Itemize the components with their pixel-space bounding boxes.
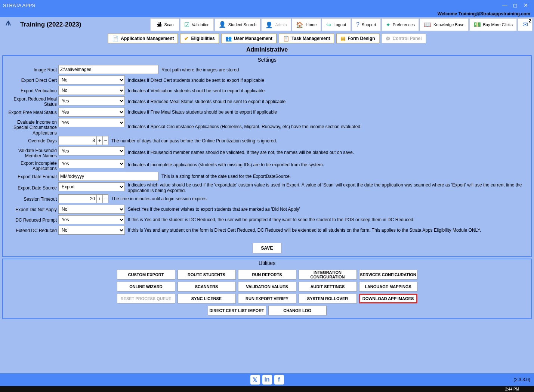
subnav-eligibilities[interactable]: ✔Eligibilities: [180, 34, 219, 43]
setting-desc: Root path where the images are stored: [158, 67, 528, 73]
setting-label: Validate Household Member Names: [6, 146, 58, 159]
util-validation-values[interactable]: VALIDATION VALUES: [238, 282, 296, 291]
close-button[interactable]: ✕: [521, 2, 531, 8]
setting-row: Export Incomplete ApplicationsYesIndicat…: [6, 159, 528, 172]
mail-icon: ✉: [522, 21, 528, 29]
setting-select[interactable]: Yes: [58, 215, 125, 224]
setting-select[interactable]: Yes: [58, 146, 125, 155]
app-title: STRATA APPS: [3, 3, 35, 8]
setting-label: Export Did Not Apply: [6, 207, 58, 212]
linkedin-icon[interactable]: in: [262, 375, 272, 385]
logout-icon: ↪: [326, 21, 331, 28]
setting-input[interactable]: [58, 65, 158, 74]
setting-select[interactable]: Export: [58, 182, 125, 191]
setting-desc: If this is Yes and the student is DC Red…: [125, 217, 528, 223]
nav-knowledge-base[interactable]: 📖Knowledge Base: [420, 18, 469, 31]
step-down[interactable]: −: [103, 136, 109, 145]
setting-select[interactable]: Yes: [58, 118, 125, 127]
util-route-students[interactable]: ROUTE STUDENTS: [178, 270, 236, 280]
nav-admin[interactable]: 👤Admin: [261, 18, 291, 31]
setting-row: Image RootRoot path where the images are…: [6, 65, 528, 75]
nav-logout[interactable]: ↪Logout: [322, 18, 351, 31]
setting-row: Export Reduced Meal StatusYesIndicates i…: [6, 96, 528, 107]
nav-preferences[interactable]: ✦Preferences: [382, 18, 419, 31]
util-audit-settings[interactable]: AUDIT SETTINGS: [299, 282, 357, 291]
util-scanners[interactable]: SCANNERS: [178, 282, 236, 291]
nav-buy-more[interactable]: 💵Buy More Clicks: [469, 18, 517, 31]
util-language-mappings[interactable]: LANGUAGE MAPPINGS: [359, 282, 417, 291]
step-down[interactable]: −: [103, 194, 109, 203]
setting-number[interactable]: [58, 194, 97, 203]
twitter-icon[interactable]: 𝕏: [250, 375, 260, 385]
setting-label: DC Reduced Prompt: [6, 217, 58, 223]
util-custom-export[interactable]: CUSTOM EXPORT: [117, 270, 175, 280]
setting-row: DC Reduced PromptYesIf this is Yes and t…: [6, 215, 528, 225]
utilities-title: Utilities: [3, 259, 531, 267]
setting-select[interactable]: No: [58, 86, 125, 95]
setting-desc: Indicates which value should be used if …: [125, 182, 528, 194]
subnav-form-design[interactable]: ▤Form Design: [336, 34, 379, 43]
step-up[interactable]: +: [97, 194, 103, 203]
setting-input[interactable]: [58, 172, 158, 181]
nav-mail[interactable]: ✉2: [518, 18, 533, 31]
setting-select[interactable]: No: [58, 205, 125, 214]
setting-label: Override Days: [6, 138, 58, 143]
question-icon: ?: [356, 21, 359, 28]
setting-desc: Indicates if Direct Cert students should…: [125, 78, 528, 84]
save-button[interactable]: SAVE: [253, 243, 282, 253]
setting-row: Validate Household Member NamesYesIndica…: [6, 146, 528, 159]
nav-support[interactable]: ?Support: [352, 18, 381, 31]
setting-select[interactable]: No: [58, 226, 125, 235]
subnav-task-management[interactable]: 📋Task Management: [279, 34, 334, 43]
nav-validation[interactable]: ☑Validation: [180, 18, 214, 31]
subnav-user-management[interactable]: 👥User Management: [221, 34, 277, 43]
util-download-app-images[interactable]: DOWNLOAD APP IMAGES: [359, 294, 417, 303]
setting-label: Export Verification: [6, 88, 58, 93]
printer-icon: 🖶: [156, 21, 162, 28]
taskbar-time: 2:44 PM: [505, 387, 519, 391]
setting-desc: If this is Yes and any student on the fo…: [125, 228, 528, 234]
setting-row: Export Direct CertNoIndicates if Direct …: [6, 75, 528, 86]
nav-home[interactable]: 🏠Home: [292, 18, 321, 31]
check-icon: ✔: [184, 36, 189, 41]
setting-desc: This is a string format of the date used…: [158, 174, 528, 180]
mail-count: 2: [529, 18, 531, 24]
setting-label: Export Date Format: [6, 174, 58, 179]
gear-icon: ✦: [386, 21, 391, 28]
util-reset-process-queue[interactable]: RESET PROCESS QUEUE: [117, 294, 175, 303]
setting-desc: Indicates if Household member names shou…: [125, 150, 528, 156]
util-services-configuration[interactable]: SERVICES CONFIGURATION: [359, 270, 417, 280]
util-sync-license[interactable]: SYNC LICENSE: [178, 294, 236, 303]
nav-scan[interactable]: 🖶Scan: [150, 18, 179, 31]
setting-row: Evaluate Income on Special Circumstance …: [6, 118, 528, 136]
subnav-app-management[interactable]: 📄Application Management: [108, 34, 178, 43]
training-label: Training (2022-2023): [20, 21, 81, 28]
util-integration-configuration[interactable]: INTEGRATION CONFIGURATION: [299, 270, 357, 280]
setting-select[interactable]: No: [58, 75, 125, 84]
facebook-icon[interactable]: f: [274, 375, 284, 385]
setting-select[interactable]: Yes: [58, 108, 125, 117]
setting-desc: The time in minutes until a login sessio…: [108, 196, 528, 202]
home-icon: 🏠: [296, 21, 303, 28]
setting-row: Export Did Not ApplyNoSelect Yes if the …: [6, 205, 528, 215]
nav-student-search[interactable]: 👤Student Search: [214, 18, 261, 31]
step-up[interactable]: +: [97, 136, 103, 145]
setting-select[interactable]: Yes: [58, 159, 125, 168]
task-icon: 📋: [283, 36, 289, 41]
util-online-wizard[interactable]: ONLINE WIZARD: [117, 282, 175, 291]
setting-select[interactable]: Yes: [58, 96, 125, 105]
maximize-button[interactable]: ◻: [510, 2, 521, 8]
util-change-log[interactable]: CHANGE LOG: [268, 306, 327, 315]
minimize-button[interactable]: —: [500, 2, 510, 8]
subnav-control-panel[interactable]: ⚙Control Panel: [382, 34, 426, 43]
welcome-bar: Welcome Training@Strataappstraining.com: [0, 10, 534, 17]
util-run-export-verify[interactable]: RUN EXPORT VERIFY: [238, 294, 296, 303]
util-direct-cert-list-import[interactable]: DIRECT CERT LIST IMPORT: [208, 306, 266, 315]
util-run-reports[interactable]: RUN REPORTS: [238, 270, 296, 280]
setting-number[interactable]: [58, 136, 97, 145]
windows-taskbar[interactable]: 2:44 PM: [0, 386, 534, 392]
settings-title: Settings: [3, 56, 531, 64]
users-icon: 👥: [225, 36, 232, 41]
util-system-rollover[interactable]: SYSTEM ROLLOVER: [299, 294, 357, 303]
title-bar: STRATA APPS — ◻ ✕: [0, 0, 534, 10]
